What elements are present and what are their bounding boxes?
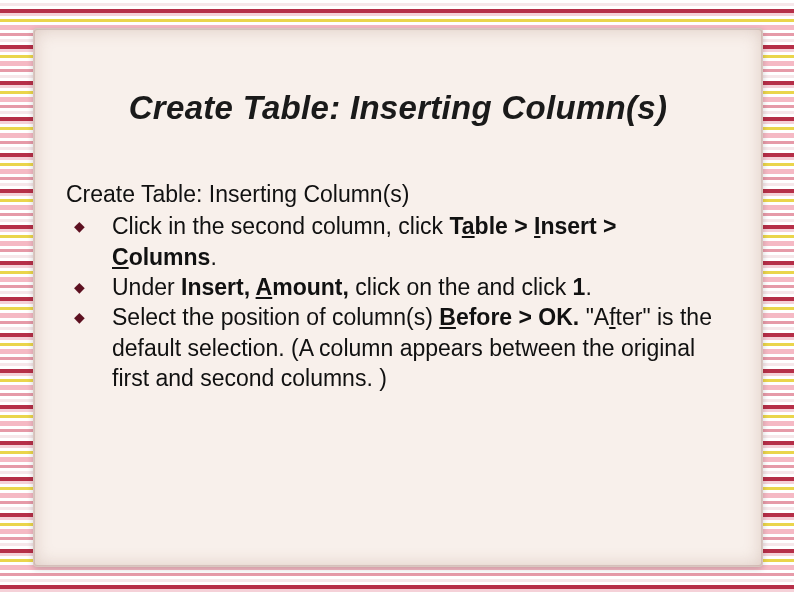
t: efore > OK.	[456, 304, 579, 330]
list-item: Select the position of column(s) Before …	[66, 302, 722, 393]
mnemonic: C	[112, 244, 129, 270]
content-panel: Create Table: Inserting Column(s) Create…	[33, 28, 763, 567]
t: ble >	[475, 213, 534, 239]
mnemonic: B	[439, 304, 456, 330]
slide-title: Create Table: Inserting Column(s)	[34, 89, 762, 127]
text: click on the and click	[349, 274, 573, 300]
section-subtitle: Create Table: Inserting Column(s)	[66, 179, 722, 209]
list-item: Under Insert, Amount, click on the and c…	[66, 272, 722, 302]
mnemonic: A	[256, 274, 273, 300]
text: Under	[112, 274, 181, 300]
strong-text: Insert, Amount,	[181, 274, 349, 300]
strong-text: Before > OK.	[439, 304, 579, 330]
t: T	[449, 213, 461, 239]
bullet-list: Click in the second column, click Table …	[66, 211, 722, 393]
strong-text: 1	[573, 274, 586, 300]
mnemonic: a	[462, 213, 475, 239]
list-item: Click in the second column, click Table …	[66, 211, 722, 272]
t: mount,	[272, 274, 349, 300]
text: "A	[579, 304, 609, 330]
t: olumns	[129, 244, 211, 270]
text: Click in the second column, click	[112, 213, 449, 239]
text: Select the position of column(s)	[112, 304, 439, 330]
text: .	[585, 274, 591, 300]
t: nsert >	[540, 213, 616, 239]
slide-body: Create Table: Inserting Column(s) Click …	[66, 179, 722, 394]
text: .	[210, 244, 216, 270]
t: Insert,	[181, 274, 256, 300]
